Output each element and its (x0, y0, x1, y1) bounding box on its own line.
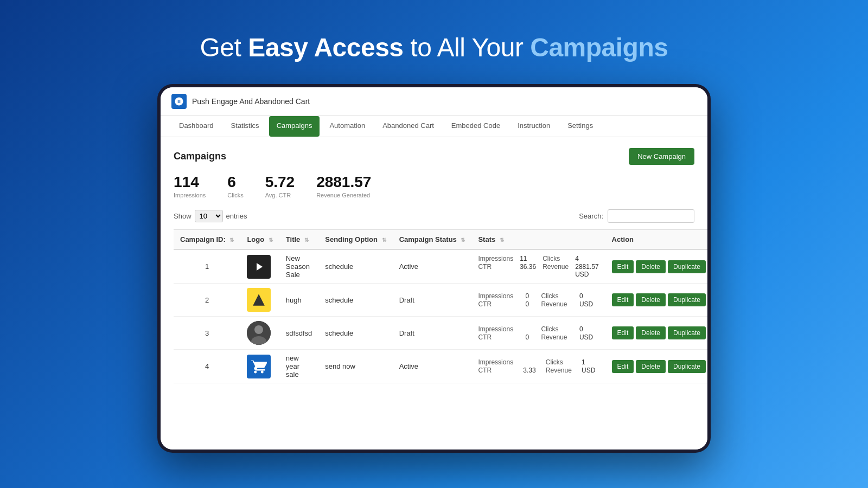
main-nav: Dashboard Statistics Campaigns Automatio… (161, 116, 707, 137)
cell-sending-option: schedule (318, 317, 392, 350)
campaigns-table: Campaign ID: ⇅ Logo ⇅ Title ⇅ Sending (174, 229, 707, 383)
stat-clicks: 6 Clicks (227, 174, 243, 198)
table-row: 3sdfsdfsdscheduleDraft Impressions Click… (174, 317, 707, 350)
search-input[interactable] (608, 209, 694, 223)
cell-id: 2 (174, 284, 240, 317)
nav-automation[interactable]: Automation (322, 116, 373, 137)
revenue-value: 2881.57 (316, 174, 371, 191)
cell-title: New Season Sale (279, 249, 318, 284)
sort-title-icon: ⇅ (304, 237, 309, 243)
table-row: 4new year salesend nowActive Impressions… (174, 350, 707, 383)
table-row: 2hughscheduleDraft Impressions 0 Clicks … (174, 284, 707, 317)
clicks-value: 6 (227, 174, 243, 191)
app-window: Push Engage And Abandoned Cart Dashboard… (161, 87, 707, 450)
cell-status: Active (393, 350, 472, 383)
app-header: Push Engage And Abandoned Cart (161, 87, 707, 116)
col-header-title: Title ⇅ (279, 230, 318, 250)
new-campaign-button[interactable]: New Campaign (629, 148, 694, 165)
headline-middle: to All Your (404, 33, 531, 62)
cell-sending-option: schedule (318, 284, 392, 317)
cell-status: Active (393, 249, 472, 284)
cell-logo (240, 317, 279, 350)
duplicate-button[interactable]: Duplicate (668, 260, 706, 273)
svg-point-1 (254, 325, 263, 334)
logo-placeholder (247, 288, 271, 312)
edit-button[interactable]: Edit (612, 260, 634, 273)
cell-id: 3 (174, 317, 240, 350)
cell-logo (240, 284, 279, 317)
table-header-row: Campaign ID: ⇅ Logo ⇅ Title ⇅ Sending (174, 230, 707, 250)
col-header-id: Campaign ID: ⇅ (174, 230, 240, 250)
device-frame: Push Engage And Abandoned Cart Dashboard… (157, 84, 711, 453)
sort-status-icon: ⇅ (461, 237, 465, 243)
cell-title: sdfsdfsd (279, 317, 318, 350)
app-title: Push Engage And Abandoned Cart (192, 97, 310, 106)
cell-id: 4 (174, 350, 240, 383)
duplicate-button[interactable]: Duplicate (668, 326, 706, 339)
avg-ctr-value: 5.72 (265, 174, 295, 191)
delete-button[interactable]: Delete (636, 360, 666, 373)
main-content: Campaigns New Campaign 114 Impressions 6… (161, 137, 707, 450)
cell-action: EditDeleteDuplicate (605, 350, 707, 383)
cell-stats: Impressions Clicks 0 CTR 0 Revenue USD (471, 317, 605, 350)
cell-stats: Impressions 0 Clicks 0 CTR 0 Revenue USD (471, 284, 605, 317)
nav-statistics[interactable]: Statistics (224, 116, 267, 137)
duplicate-button[interactable]: Duplicate (668, 293, 706, 306)
search-box: Search: (579, 209, 694, 223)
edit-button[interactable]: Edit (612, 326, 634, 339)
stats-row: 114 Impressions 6 Clicks 5.72 Avg. CTR 2… (174, 174, 694, 198)
cell-title: hugh (279, 284, 318, 317)
cell-action: EditDeleteDuplicate (605, 249, 707, 284)
table-controls: Show 10 25 50 100 entries Search: (174, 209, 694, 223)
nav-settings[interactable]: Settings (560, 116, 601, 137)
entries-select[interactable]: 10 25 50 100 (195, 210, 223, 222)
show-entries-control: Show 10 25 50 100 entries (174, 210, 247, 222)
cell-sending-option: send now (318, 350, 392, 383)
delete-button[interactable]: Delete (636, 326, 666, 339)
stat-revenue: 2881.57 Revenue Generated (316, 174, 371, 198)
avg-ctr-label: Avg. CTR (265, 192, 295, 198)
revenue-label: Revenue Generated (316, 192, 371, 198)
cell-logo (240, 350, 279, 383)
headline-prefix: Get (200, 33, 248, 62)
delete-button[interactable]: Delete (636, 293, 666, 306)
nav-abandoned-cart[interactable]: Abandoned Cart (375, 116, 442, 137)
nav-embeded-code[interactable]: Embeded Code (444, 116, 508, 137)
duplicate-button[interactable]: Duplicate (668, 360, 706, 373)
app-logo-icon (171, 94, 187, 109)
edit-button[interactable]: Edit (612, 360, 634, 373)
impressions-value: 114 (174, 174, 206, 191)
cell-action: EditDeleteDuplicate (605, 284, 707, 317)
logo-placeholder (247, 255, 271, 279)
cell-status: Draft (393, 284, 472, 317)
search-label: Search: (579, 212, 603, 220)
section-title: Campaigns (174, 151, 226, 162)
logo-placeholder (247, 321, 271, 345)
nav-dashboard[interactable]: Dashboard (171, 116, 221, 137)
table-row: 1New Season SalescheduleActive Impressio… (174, 249, 707, 284)
edit-button[interactable]: Edit (612, 293, 634, 306)
entries-label: entries (226, 212, 247, 220)
cell-status: Draft (393, 317, 472, 350)
cell-stats: Impressions 11 Clicks 4 CTR 36.36 Revenu… (471, 249, 605, 284)
cell-stats: Impressions Clicks 1 CTR 3.33 Revenue US… (471, 350, 605, 383)
show-label: Show (174, 212, 192, 220)
cell-id: 1 (174, 249, 240, 284)
nav-instruction[interactable]: Instruction (510, 116, 558, 137)
sort-sending-icon: ⇅ (382, 237, 386, 243)
cell-action: EditDeleteDuplicate (605, 317, 707, 350)
delete-button[interactable]: Delete (636, 260, 666, 273)
sort-id-icon: ⇅ (229, 237, 234, 243)
sort-stats-icon: ⇅ (500, 237, 504, 243)
col-header-status: Campaign Status ⇅ (393, 230, 472, 250)
cell-title: new year sale (279, 350, 318, 383)
headline-bold1: Easy Access (248, 33, 403, 62)
nav-campaigns[interactable]: Campaigns (269, 116, 320, 137)
cell-logo (240, 249, 279, 284)
cell-sending-option: schedule (318, 249, 392, 284)
col-header-logo: Logo ⇅ (240, 230, 279, 250)
col-header-stats: Stats ⇅ (471, 230, 605, 250)
stat-avg-ctr: 5.72 Avg. CTR (265, 174, 295, 198)
page-headline: Get Easy Access to All Your Campaigns (200, 33, 668, 62)
sort-logo-icon: ⇅ (269, 237, 273, 243)
